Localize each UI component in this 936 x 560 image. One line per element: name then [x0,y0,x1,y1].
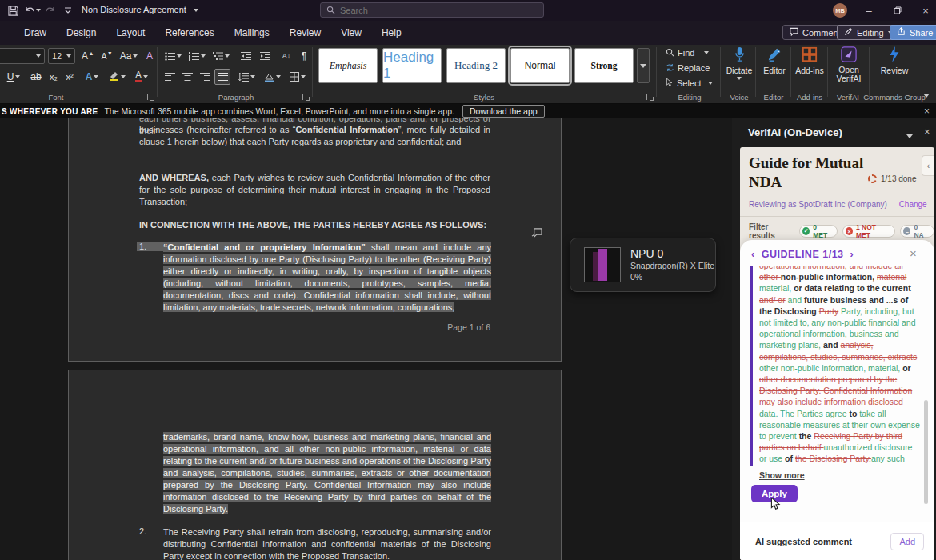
select-button[interactable]: Select [666,77,713,90]
styles-gallery-more-button[interactable] [637,48,650,83]
style-heading-2[interactable]: Heading 2 [446,48,506,83]
next-guideline-chevron-icon[interactable]: › [850,249,854,260]
align-right-button[interactable] [197,69,213,85]
chip-na[interactable]: –0 NA [900,225,934,238]
search-bar[interactable] [320,2,544,18]
style-strong-label: Strong [590,61,617,70]
open-verifai-button[interactable]: Open VerifAI [830,46,867,91]
numbering-button[interactable] [186,48,208,64]
superscript-button[interactable]: x² [62,69,77,85]
npu-monitor-overlay: NPU 0 Snapdragon(R) X Elite 0% [570,238,716,292]
npu-chip: Snapdragon(R) X Elite [630,260,714,271]
dictate-button[interactable]: Dictate [722,46,757,91]
tab-layout[interactable]: Layout [116,27,145,38]
find-button[interactable]: Find [666,46,709,59]
font-size-combobox[interactable]: 12 [48,48,75,64]
tab-help[interactable]: Help [382,27,402,38]
panel-close-icon[interactable]: × [924,126,930,138]
shrink-font-button[interactable]: A▾ [98,48,115,64]
sheet-scrollbar[interactable] [924,400,928,504]
document-page-2[interactable]: trademarks, brand name, know-how, busine… [68,370,562,560]
chip-met[interactable]: ✓0 MET [799,225,838,238]
account-avatar[interactable]: MB [833,3,847,18]
tab-review[interactable]: Review [290,27,321,38]
npu-usage-graph [584,247,621,282]
tab-references[interactable]: References [165,27,214,38]
tab-draw[interactable]: Draw [24,27,46,38]
collapse-panel-handle[interactable]: ‹ [922,155,934,176]
redo-icon[interactable] [43,3,58,18]
change-case-button[interactable]: Aa [118,48,139,64]
clear-formatting-button[interactable]: A [142,48,157,64]
title-bar: Non Disclosure Agreement MB – × [0,0,936,21]
add-comment-button[interactable]: Add [890,533,924,550]
addins-button[interactable]: Add-ins [792,46,827,91]
minimize-button[interactable]: – [855,0,882,21]
redline-diff-text: operational information, and include all… [750,266,920,466]
styles-dialog-launcher-icon[interactable] [646,94,653,100]
line-spacing-button[interactable] [235,69,258,85]
pilcrow-button[interactable]: ¶ [298,48,310,64]
tab-design[interactable]: Design [66,27,96,38]
document-page-1[interactable]: each other's business, assets, financial… [68,118,562,362]
select-cursor-icon [666,78,674,89]
tab-mailings[interactable]: Mailings [234,27,270,38]
align-center-button[interactable] [179,69,195,85]
style-emphasis[interactable]: Emphasis [318,48,378,83]
editor-button[interactable]: Editor [757,46,792,91]
increase-indent-button[interactable] [256,48,274,64]
panel-chevron-down-icon[interactable] [906,129,913,141]
restore-button[interactable] [884,0,911,21]
share-button[interactable]: Share [890,25,936,40]
comment-marker-icon[interactable] [531,226,542,241]
download-app-button[interactable]: Download the app [462,105,545,118]
share-label: Share [910,28,933,38]
change-link[interactable]: Change [899,200,927,209]
text-effects-button[interactable]: A [82,69,102,85]
style-heading-1[interactable]: Heading 1 [382,48,442,83]
document-title[interactable]: Non Disclosure Agreement [82,5,186,14]
font-name-combobox[interactable] [0,48,45,64]
paragraph-dialog-launcher-icon[interactable] [302,94,309,100]
style-strong[interactable]: Strong [574,48,634,83]
paragraph-group-label: Paragraph [204,93,268,102]
strikethrough-button[interactable]: ab [27,69,45,85]
decrease-indent-button[interactable] [237,48,254,64]
replace-button[interactable]: Replace [666,62,710,74]
subscript-button[interactable]: x₂ [46,69,61,85]
font-dialog-launcher-icon[interactable] [147,94,154,100]
guideline-close-icon[interactable]: × [910,246,917,260]
dictate-label: Dictate [726,66,753,75]
font-group-label: Font [24,93,88,102]
shading-button[interactable] [261,69,283,85]
font-color-button[interactable]: A [131,69,152,85]
sort-button[interactable]: A↓ [277,48,296,64]
collapse-ribbon-chevron-icon[interactable] [923,86,930,101]
prev-guideline-chevron-icon[interactable]: ‹ [751,249,755,260]
close-window-button[interactable]: × [912,0,936,21]
style-normal[interactable]: Normal [510,48,570,83]
align-left-button[interactable] [162,69,178,85]
font-size-value: 12 [52,51,62,61]
underline-button[interactable]: U [3,69,24,85]
justify-button[interactable] [214,69,230,85]
grow-font-button[interactable]: A▴ [78,48,96,64]
document-title-chevron-icon[interactable] [194,9,198,12]
document-canvas[interactable]: each other's business, assets, financial… [0,118,732,560]
quick-access-customize-icon[interactable] [61,3,75,18]
undo-chevron-icon[interactable] [36,9,41,12]
search-input[interactable] [340,6,524,15]
tab-view[interactable]: View [341,27,362,38]
borders-button[interactable] [286,69,309,85]
bullets-button[interactable] [162,48,184,64]
show-more-link[interactable]: Show more [759,470,805,480]
highlight-color-button[interactable] [106,69,128,85]
banner-close-icon[interactable]: × [924,106,930,117]
undo-icon[interactable] [22,3,37,18]
multilevel-list-button[interactable] [210,48,232,64]
chip-not-met[interactable]: ×1 NOT MET [842,225,895,238]
review-command-button[interactable]: Review [874,46,915,91]
save-icon[interactable] [6,3,20,18]
share-icon [897,27,906,38]
doc-heading: IN CONNECTION WITH THE ABOVE, THE PARTIE… [139,219,490,231]
